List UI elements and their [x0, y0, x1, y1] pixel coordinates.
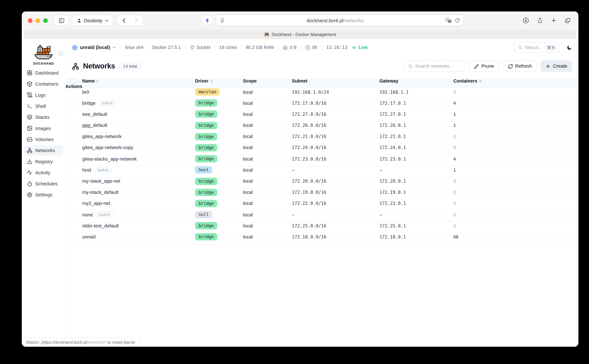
divider [301, 45, 301, 50]
table-row[interactable]: my-stack_app-netbridgelocal172.20.0.0/16… [66, 177, 578, 189]
tab-overview-button[interactable] [565, 17, 571, 24]
driver-badge: bridge [195, 122, 217, 129]
forward-button[interactable] [133, 18, 139, 23]
search-icon [518, 45, 523, 50]
network-name[interactable]: gitea_app-network-copy [82, 145, 195, 150]
network-name[interactable]: bridgebuilt-in [82, 100, 195, 106]
sidebar-item-stacks[interactable]: Stacks [24, 112, 63, 122]
containers-count: 4 [453, 156, 573, 162]
server-time: 11:26:13 [326, 45, 347, 50]
table-row[interactable]: bridgebuilt-inbridgelocal172.17.0.0/1617… [66, 99, 578, 111]
sidebar-item-networks[interactable]: Networks [24, 145, 63, 156]
sidebar-item-registry[interactable]: Registry [24, 156, 63, 167]
sidebar-item-dashboard[interactable]: Dashboard [24, 68, 63, 78]
table-row[interactable]: gitea_app-networkbridgelocal172.21.0.0/1… [66, 133, 578, 144]
new-tab-button[interactable] [551, 18, 557, 23]
table-row[interactable]: br0macvlanlocal192.168.1.0/24192.168.1.1… [66, 88, 578, 99]
table-row[interactable]: stdin-test_defaultbridgelocal172.25.0.0/… [66, 222, 578, 233]
subnet-cell: – [292, 167, 379, 173]
table-row[interactable]: eee_defaultbridgelocal172.27.0.0/16172.2… [66, 111, 578, 122]
network-name[interactable]: unraid [82, 234, 195, 240]
network-name[interactable]: gitea-stacks_app-network [82, 156, 195, 162]
network-name[interactable]: my-stack_default [82, 190, 195, 195]
sidebar-item-shell[interactable]: Shell [24, 101, 63, 111]
table-row[interactable]: unraidbridgelocal172.18.0.0/16172.18.0.1… [66, 233, 578, 245]
gateway-cell: 172.27.0.1 [379, 112, 453, 117]
row-actions [71, 207, 82, 212]
refresh-button[interactable]: Refresh [503, 60, 537, 72]
zoom-window-button[interactable] [43, 18, 48, 23]
table-row[interactable]: my2_app-netbridgelocal172.22.0.0/16172.2… [66, 200, 578, 211]
translate-icon[interactable]: Ax [445, 18, 452, 23]
create-button[interactable]: Create [541, 60, 572, 72]
host-selector[interactable]: unraid (local) [72, 45, 116, 50]
row-actions [71, 196, 82, 201]
table-row[interactable]: nonebuilt-innulllocal––0 [66, 211, 578, 222]
network-name[interactable]: my-stack_app-net [82, 178, 195, 184]
close-window-button[interactable] [28, 18, 33, 23]
table-row[interactable]: gitea-stacks_app-networkbridgelocal172.2… [66, 155, 578, 167]
col-header-name[interactable]: Name↑ [82, 78, 195, 84]
row-actions [71, 96, 82, 101]
networks-search-input[interactable]: Search networks... [404, 60, 465, 72]
global-search[interactable]: Search... ⌘ K [514, 42, 560, 53]
row-actions [71, 240, 82, 246]
extension-button[interactable] [202, 15, 212, 26]
network-name[interactable]: hostbuilt-in [82, 167, 195, 173]
divider [121, 45, 121, 50]
dark-mode-toggle[interactable] [567, 45, 572, 50]
sidebar-collapse-icon[interactable] [58, 51, 64, 57]
profile-button[interactable]: Osobisty [72, 15, 113, 26]
network-name[interactable]: stdin-test_default [82, 223, 195, 228]
network-name[interactable]: ggg_default [82, 123, 195, 128]
table-row[interactable]: gitea_app-network-copybridgelocal172.24.… [66, 144, 578, 155]
reader-mode-icon[interactable] [220, 18, 225, 23]
col-header-containers[interactable]: Containers⇅ [453, 78, 573, 84]
col-header-driver[interactable]: Driver⇅ [195, 78, 243, 84]
sidebar-item-images[interactable]: Images [24, 123, 63, 134]
prune-button[interactable]: Prune [469, 60, 499, 72]
main-content: unraid (local) linux x64 Docker 27.5.1 S… [66, 39, 578, 347]
containers-count: 0 [453, 223, 573, 228]
reload-icon[interactable] [455, 18, 460, 23]
sidebar-item-logs[interactable]: Logs [24, 90, 63, 100]
address-bar[interactable]: dockhand.bor6.pl/networks Ax [216, 15, 463, 26]
sidebar-item-activity[interactable]: Activity [24, 168, 63, 178]
sidebar-item-containers[interactable]: Containers [24, 79, 63, 89]
table-row[interactable]: hostbuilt-inhostlocal––1 [66, 166, 578, 177]
driver-cell: bridge [195, 111, 243, 118]
stacks-icon [27, 114, 33, 120]
driver-badge: bridge [195, 222, 217, 229]
table-row[interactable]: my-stack_defaultbridgelocal172.19.0.0/16… [66, 189, 578, 200]
shell-icon [27, 103, 33, 109]
driver-cell: bridge [195, 155, 243, 162]
subnet-cell: 172.19.0.0/16 [292, 190, 379, 195]
share-button[interactable] [537, 17, 543, 24]
search-icon [408, 64, 413, 68]
sidebar-item-label: Stacks [35, 115, 50, 120]
subnet-cell: 172.21.0.0/16 [292, 134, 379, 139]
divider [215, 45, 215, 50]
network-name[interactable]: nonebuilt-in [82, 212, 195, 218]
table-row[interactable]: ggg_defaultbridgelocal172.26.0.0/16172.2… [66, 122, 578, 133]
sidebar-item-schedules[interactable]: Schedules [24, 178, 63, 189]
sidebar-item-volumes[interactable]: Volumes [24, 134, 63, 145]
containers-count: 0 [453, 134, 573, 139]
minimize-window-button[interactable] [35, 18, 40, 23]
driver-badge: bridge [195, 133, 217, 140]
network-name[interactable]: eee_default [82, 112, 195, 117]
schedules-icon [27, 181, 33, 187]
active-tab-title[interactable]: Dockhand - Docker Management [271, 32, 336, 37]
scope-cell: local [243, 112, 292, 117]
browser-window: Osobisty dockhand.bor6.pl/networks Ax [22, 12, 578, 347]
browser-sidebar-toggle-button[interactable] [55, 15, 68, 26]
os-info: linux x64 [125, 45, 143, 50]
select-all-checkbox[interactable] [71, 78, 76, 84]
network-name[interactable]: br0 [82, 89, 195, 95]
global-search-placeholder: Search... [525, 45, 542, 50]
sidebar-item-settings[interactable]: Settings [24, 189, 63, 200]
network-name[interactable]: gitea_app-network [82, 134, 195, 139]
network-name[interactable]: my2_app-net [82, 201, 195, 206]
downloads-button[interactable] [523, 17, 529, 24]
back-button[interactable] [121, 18, 127, 23]
